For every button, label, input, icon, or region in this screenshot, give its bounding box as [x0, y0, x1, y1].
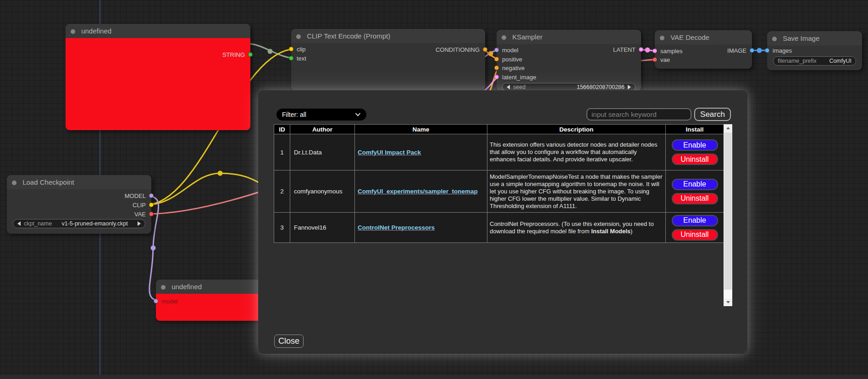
slot-dot-model[interactable] — [494, 48, 499, 52]
wire-string-dot — [268, 49, 273, 54]
node-ksampler-titlebar[interactable]: KSampler — [497, 30, 641, 44]
slot-dot-clip[interactable] — [289, 47, 293, 51]
filter-dropdown[interactable]: Filter: all — [276, 109, 366, 121]
slot-dot-model-out[interactable] — [149, 193, 154, 198]
triangle-down-icon — [726, 301, 730, 303]
filename-prefix-widget[interactable]: filename_prefix ComfyUI — [773, 56, 856, 66]
ext-link[interactable]: ComfyUI_experiments/sampler_tonemap — [358, 188, 478, 195]
widget-value: ComfyUI — [829, 58, 851, 64]
node-title-text: Save Image — [783, 34, 819, 42]
output-slot-vae[interactable]: VAE — [134, 211, 154, 217]
slot-dot-images[interactable] — [765, 48, 769, 53]
scroll-down-button[interactable] — [724, 298, 732, 306]
node-vae-decode-titlebar[interactable]: VAE Decode — [655, 30, 752, 44]
next-arrow-icon[interactable] — [138, 221, 141, 226]
col-header-description: Description — [487, 125, 666, 134]
scrollbar-thumb[interactable] — [724, 132, 732, 290]
slot-label: VAE — [134, 211, 146, 218]
slot-dot-positive[interactable] — [494, 57, 499, 61]
slot-label: vae — [660, 56, 670, 63]
node-load-checkpoint-titlebar[interactable]: Load Checkpoint — [7, 175, 151, 189]
enable-button[interactable]: Enable — [672, 215, 718, 226]
slot-label: CONDITIONING — [436, 46, 480, 53]
desc-end: ) — [630, 228, 632, 235]
collapse-dot-icon[interactable] — [12, 181, 17, 185]
ext-link[interactable]: ControlNet Preprocessors — [358, 224, 435, 231]
slot-dot-conditioning[interactable] — [483, 47, 487, 52]
table-row: 2 comfyanonymous ComfyUI_experiments/sam… — [274, 170, 724, 213]
input-slot-negative[interactable]: negative — [494, 65, 525, 71]
output-slot-model[interactable]: MODEL — [125, 192, 154, 199]
output-slot-image[interactable]: IMAGE — [727, 47, 754, 54]
slot-dot-vae[interactable] — [652, 57, 657, 62]
slot-dot-negative[interactable] — [494, 66, 499, 70]
filter-selected-value: Filter: all — [282, 111, 306, 118]
input-slot-vae[interactable]: vae — [652, 56, 670, 63]
uninstall-button[interactable]: Uninstall — [672, 154, 718, 165]
input-slot-latent-image[interactable]: latent_image — [494, 74, 536, 80]
output-slot-clip[interactable]: CLIP — [133, 202, 154, 208]
table-scrollbar[interactable] — [724, 124, 732, 306]
output-slot-string[interactable]: STRING — [222, 51, 253, 58]
node-clip-text-encode-titlebar[interactable]: CLIP Text Encode (Prompt) — [291, 29, 485, 43]
node-clip-text-encode[interactable]: CLIP Text Encode (Prompt) clip text COND… — [291, 29, 485, 91]
slot-dot-vae-out[interactable] — [149, 212, 154, 216]
input-slot-samples[interactable]: samples — [652, 48, 682, 54]
scroll-up-button[interactable] — [724, 124, 732, 132]
input-slot-text[interactable]: text — [289, 55, 306, 61]
output-slot-conditioning[interactable]: CONDITIONING — [436, 46, 487, 53]
node-undefined-top-titlebar[interactable]: undefined — [66, 24, 250, 38]
uninstall-button[interactable]: Uninstall — [672, 229, 718, 241]
slot-label: text — [297, 55, 306, 62]
slot-dot-text[interactable] — [289, 56, 293, 60]
node-undefined-top-body: STRING — [66, 38, 250, 130]
node-save-image[interactable]: Save Image images filename_prefix ComfyU… — [767, 31, 862, 70]
collapse-dot-icon[interactable] — [161, 285, 166, 290]
enable-button[interactable]: Enable — [672, 179, 718, 190]
node-title-text: undefined — [171, 283, 202, 291]
node-undefined-top[interactable]: undefined STRING — [66, 24, 250, 130]
input-slot-clip[interactable]: clip — [289, 46, 306, 52]
table-header-row: ID Author Name Description Install — [274, 125, 724, 134]
node-load-checkpoint[interactable]: Load Checkpoint MODEL CLIP VAE ckpt_name… — [7, 175, 151, 234]
extension-manager-dialog: Filter: all Search ID Author Name Descri… — [258, 90, 747, 354]
slot-dot-string[interactable] — [248, 52, 253, 57]
input-slot-images[interactable]: images — [765, 47, 792, 54]
wire-clip-dot — [218, 171, 223, 176]
uninstall-button[interactable]: Uninstall — [672, 193, 718, 204]
widget-label: filename_prefix — [778, 58, 817, 64]
collapse-dot-icon[interactable] — [296, 34, 301, 39]
collapse-dot-icon[interactable] — [660, 36, 664, 40]
search-input[interactable] — [586, 108, 691, 121]
search-button[interactable]: Search — [694, 108, 731, 121]
slot-dot-samples[interactable] — [652, 49, 657, 53]
slot-dot-latent-image[interactable] — [494, 75, 499, 79]
input-slot-model[interactable]: model — [494, 47, 518, 53]
input-slot-positive[interactable]: positive — [494, 56, 522, 62]
node-save-image-titlebar[interactable]: Save Image — [767, 31, 862, 45]
col-header-id: ID — [274, 125, 290, 134]
node-vae-decode[interactable]: VAE Decode samples vae IMAGE — [655, 30, 752, 69]
ckpt-name-widget[interactable]: ckpt_name v1-5-pruned-emaonly.ckpt — [13, 219, 145, 228]
widget-value: v1-5-pruned-emaonly.ckpt — [61, 220, 127, 227]
output-slot-latent[interactable]: LATENT — [613, 46, 643, 53]
enable-button[interactable]: Enable — [672, 139, 718, 151]
slot-dot-model-in[interactable] — [154, 299, 158, 303]
increment-arrow-icon[interactable] — [628, 85, 631, 89]
slot-dot-latent[interactable] — [639, 47, 643, 52]
decrement-arrow-icon[interactable] — [507, 85, 510, 89]
ext-author: Fannovel16 — [290, 213, 355, 243]
input-slot-model-red[interactable]: model — [154, 298, 177, 304]
ext-description: ModelSamplerTonemapNoiseTest a node that… — [487, 170, 666, 213]
ext-id: 2 — [274, 170, 290, 213]
collapse-dot-icon[interactable] — [772, 37, 777, 41]
prev-arrow-icon[interactable] — [17, 221, 21, 226]
collapse-dot-icon[interactable] — [71, 29, 75, 34]
slot-dot-image[interactable] — [750, 48, 754, 53]
slot-dot-clip-out[interactable] — [149, 203, 154, 207]
node-ksampler[interactable]: KSampler model positive negative latent_… — [497, 30, 641, 91]
close-button[interactable]: Close — [274, 335, 304, 348]
ext-link[interactable]: ComfyUI Impact Pack — [358, 149, 421, 156]
collapse-dot-icon[interactable] — [502, 35, 506, 40]
col-header-install: Install — [666, 125, 724, 134]
